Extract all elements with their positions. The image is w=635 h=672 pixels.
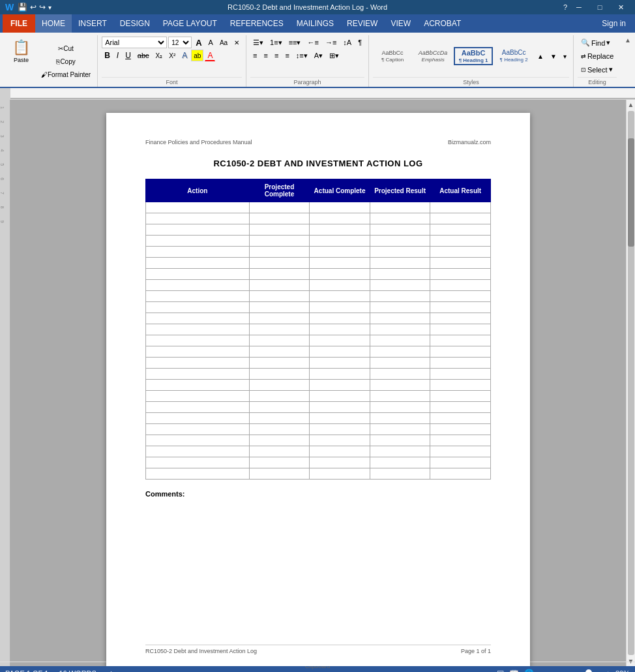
tab-references[interactable]: REFERENCES <box>224 14 290 33</box>
ribbon-expand-icon[interactable]: ▲ <box>623 35 632 45</box>
table-cell[interactable] <box>310 280 370 291</box>
copy-button[interactable]: ⎘ Copy <box>38 56 93 68</box>
format-painter-button[interactable]: 🖌 Format Painter <box>38 69 93 81</box>
show-marks-button[interactable]: ¶ <box>355 37 364 48</box>
table-cell[interactable] <box>249 291 310 302</box>
table-cell[interactable] <box>146 358 250 369</box>
table-cell[interactable] <box>370 291 430 302</box>
table-cell[interactable] <box>430 346 491 358</box>
bold-button[interactable]: B <box>102 50 113 61</box>
find-button[interactable]: 🔍 Find ▾ <box>578 37 613 49</box>
shading-button[interactable]: A▾ <box>312 50 325 61</box>
table-cell[interactable] <box>430 324 491 335</box>
table-cell[interactable] <box>370 402 430 413</box>
table-cell[interactable] <box>146 280 250 291</box>
table-cell[interactable] <box>249 280 310 291</box>
table-cell[interactable] <box>430 424 491 435</box>
table-cell[interactable] <box>146 380 250 391</box>
table-cell[interactable] <box>146 291 250 302</box>
vertical-scrollbar[interactable]: ▲ ▼ <box>626 100 635 666</box>
sign-in[interactable]: Sign in <box>595 16 632 31</box>
table-cell[interactable] <box>146 202 250 213</box>
table-cell[interactable] <box>430 236 491 247</box>
table-cell[interactable] <box>249 413 310 424</box>
table-cell[interactable] <box>249 302 310 313</box>
table-cell[interactable] <box>249 335 310 346</box>
zoom-thumb[interactable] <box>585 669 592 672</box>
table-cell[interactable] <box>310 457 370 468</box>
table-cell[interactable] <box>370 346 430 358</box>
customize-icon[interactable]: ▾ <box>48 4 52 11</box>
justify-button[interactable]: ≡ <box>282 50 291 61</box>
table-cell[interactable] <box>310 269 370 280</box>
table-cell[interactable] <box>146 424 250 435</box>
table-cell[interactable] <box>146 269 250 280</box>
table-cell[interactable] <box>146 236 250 247</box>
table-cell[interactable] <box>146 402 250 413</box>
table-cell[interactable] <box>146 346 250 358</box>
align-left-button[interactable]: ≡ <box>250 50 259 61</box>
increase-indent-button[interactable]: →≡ <box>323 37 339 48</box>
table-cell[interactable] <box>310 302 370 313</box>
table-cell[interactable] <box>430 435 491 446</box>
save-icon[interactable]: 💾 <box>18 3 27 12</box>
highlight-button[interactable]: ab <box>191 50 203 61</box>
table-cell[interactable] <box>310 369 370 380</box>
subscript-button[interactable]: X₂ <box>153 50 166 61</box>
table-cell[interactable] <box>310 213 370 224</box>
table-cell[interactable] <box>370 380 430 391</box>
table-cell[interactable] <box>430 358 491 369</box>
table-cell[interactable] <box>146 468 250 480</box>
table-cell[interactable] <box>370 313 430 324</box>
table-cell[interactable] <box>370 213 430 224</box>
table-cell[interactable] <box>249 358 310 369</box>
table-cell[interactable] <box>310 202 370 213</box>
table-cell[interactable] <box>430 213 491 224</box>
table-cell[interactable] <box>310 391 370 402</box>
table-cell[interactable] <box>146 302 250 313</box>
borders-button[interactable]: ⊞▾ <box>327 50 342 61</box>
decrease-indent-button[interactable]: ←≡ <box>305 37 321 48</box>
table-cell[interactable] <box>370 302 430 313</box>
minimize-button[interactable]: ─ <box>570 0 588 14</box>
clear-formatting-button[interactable]: ✕ <box>231 37 242 48</box>
scroll-thumb[interactable] <box>628 138 634 247</box>
table-cell[interactable] <box>310 380 370 391</box>
restore-button[interactable]: □ <box>591 0 609 14</box>
table-cell[interactable] <box>310 358 370 369</box>
table-cell[interactable] <box>310 313 370 324</box>
table-cell[interactable] <box>370 435 430 446</box>
table-cell[interactable] <box>146 457 250 468</box>
change-case-button[interactable]: Aa <box>217 37 230 48</box>
table-cell[interactable] <box>370 413 430 424</box>
table-cell[interactable] <box>310 468 370 480</box>
table-cell[interactable] <box>430 269 491 280</box>
table-cell[interactable] <box>310 324 370 335</box>
table-cell[interactable] <box>370 358 430 369</box>
table-cell[interactable] <box>370 391 430 402</box>
font-shrink-button[interactable]: A <box>206 37 216 48</box>
table-cell[interactable] <box>430 224 491 236</box>
table-cell[interactable] <box>249 369 310 380</box>
emphasis-style[interactable]: AaBbCcDa Emphasis <box>413 48 452 65</box>
table-cell[interactable] <box>146 213 250 224</box>
numbering-button[interactable]: 1≡▾ <box>267 37 285 48</box>
table-cell[interactable] <box>370 446 430 457</box>
table-cell[interactable] <box>430 291 491 302</box>
table-cell[interactable] <box>370 468 430 480</box>
table-cell[interactable] <box>249 380 310 391</box>
table-cell[interactable] <box>370 236 430 247</box>
tab-view[interactable]: VIEW <box>384 14 417 33</box>
tab-review[interactable]: REVIEW <box>340 14 384 33</box>
paste-button[interactable]: 📋 Paste <box>7 37 36 66</box>
italic-button[interactable]: I <box>114 50 121 61</box>
table-cell[interactable] <box>310 236 370 247</box>
heading1-style[interactable]: AaBbC ¶ Heading 1 <box>454 47 493 66</box>
table-cell[interactable] <box>310 335 370 346</box>
table-cell[interactable] <box>249 446 310 457</box>
table-cell[interactable] <box>146 446 250 457</box>
select-button[interactable]: ⊡ Select ▾ <box>578 63 616 76</box>
table-cell[interactable] <box>146 224 250 236</box>
table-cell[interactable] <box>370 324 430 335</box>
table-cell[interactable] <box>146 258 250 269</box>
